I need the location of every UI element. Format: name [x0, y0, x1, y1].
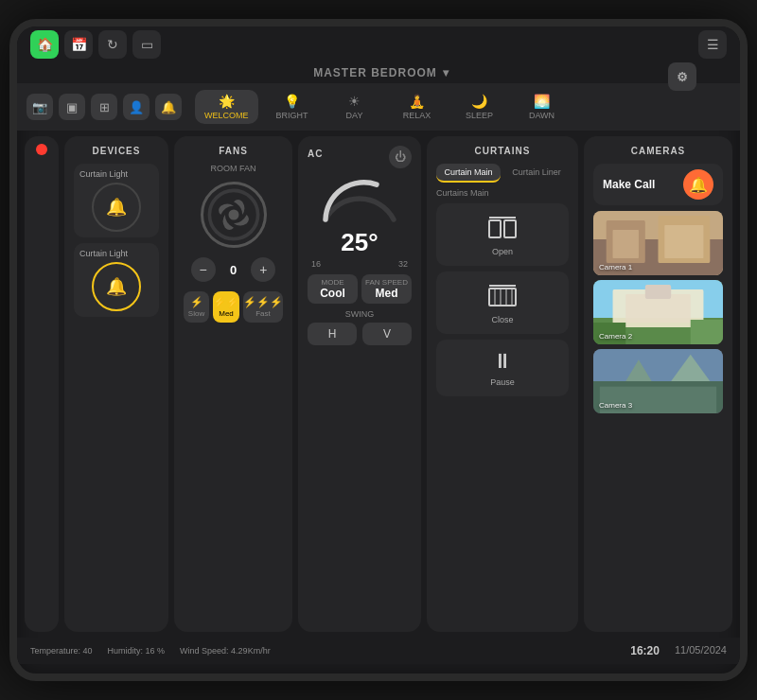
curtain-close-icon	[487, 281, 518, 311]
curtain-open-btn[interactable]: Open	[436, 203, 569, 266]
curtain-sublabel: Curtains Main	[436, 188, 569, 198]
curtain-tab-main[interactable]: Curtain Main	[436, 164, 501, 183]
fans-subtitle: ROOM FAN	[184, 164, 283, 173]
ac-power-btn[interactable]: ⏻	[389, 146, 412, 168]
mode-label: MODE	[311, 278, 354, 287]
swing-section: SWING H V	[308, 309, 412, 345]
refresh-icon-btn[interactable]: ↻	[98, 30, 127, 59]
device-item-2: Curtain Light 🔔	[74, 243, 159, 317]
mode-value: Cool	[311, 287, 354, 300]
ac-panel: AC ⏻ 25° 16 32 MODE Cool FAN	[298, 136, 421, 632]
top-bar: 🏠 📅 ↻ ▭ ☰	[17, 26, 740, 62]
sidebar-icon-grid[interactable]: ⊞	[91, 94, 117, 120]
room-header: MASTER BEDROOM ▾ ⚙	[17, 62, 740, 83]
scene-bright-icon: 💡	[284, 94, 300, 109]
camera-thumbnail-3[interactable]: Camera 3	[593, 349, 723, 413]
ac-modes: MODE Cool FAN SPEED Med	[308, 274, 412, 304]
scene-relax[interactable]: 🧘 RELAX	[389, 90, 446, 124]
location-indicator	[36, 144, 47, 155]
call-icon-btn[interactable]: 🔔	[683, 169, 713, 200]
device-1-btn[interactable]: 🔔	[92, 183, 141, 232]
fan-speed-slow[interactable]: ⚡ Slow	[184, 291, 209, 323]
swing-label: SWING	[308, 309, 412, 319]
cameras-title: CAMERAS	[593, 146, 723, 156]
svg-rect-2	[489, 217, 516, 219]
sidebar-icon-person[interactable]: 👤	[123, 94, 150, 120]
swing-v-btn[interactable]: V	[362, 323, 412, 345]
svg-rect-4	[504, 220, 516, 237]
fan-speed-fast[interactable]: ⚡⚡⚡ Fast	[243, 291, 283, 323]
curtains-title: CURTAINS	[436, 146, 569, 156]
ac-mode-card[interactable]: MODE Cool	[308, 274, 358, 304]
scene-welcome[interactable]: 🌟 WELCOME	[195, 90, 258, 124]
curtain-close-btn[interactable]: Close	[436, 271, 569, 334]
fanspeed-label: FAN SPEED	[365, 278, 408, 287]
fan-speed-btns: ⚡ Slow ⚡⚡ Med ⚡⚡⚡ Fast	[184, 291, 283, 323]
swing-h-btn[interactable]: H	[308, 323, 357, 345]
scene-dawn-label: DAWN	[529, 111, 555, 120]
curtain-tab-liner[interactable]: Curtain Liner	[504, 164, 569, 183]
svg-rect-5	[489, 285, 516, 287]
room-chevron: ▾	[443, 66, 449, 79]
svg-rect-23	[691, 320, 723, 344]
device-2-btn[interactable]: 🔔	[92, 262, 141, 311]
ac-header: AC ⏻	[308, 146, 412, 168]
camera-1-label: Camera 1	[599, 263, 632, 271]
fan-speed-value: 0	[230, 263, 237, 277]
make-call-row: Make Call 🔔	[593, 164, 723, 205]
scene-day[interactable]: ☀ DAY	[326, 90, 383, 124]
status-info: Temperature: 40 Humidity: 16 % Wind Spee…	[30, 646, 271, 656]
humidity-info: Humidity: 16 %	[108, 646, 166, 656]
calendar-icon-btn[interactable]: 📅	[64, 30, 93, 59]
device-2-label: Curtain Light	[79, 249, 128, 258]
main-content: DEVICES Curtain Light 🔔 Curtain Light 🔔 …	[17, 131, 740, 638]
fan-speed-med[interactable]: ⚡⚡ Med	[213, 291, 239, 323]
scene-welcome-icon: 🌟	[219, 94, 235, 109]
home-icon-btn[interactable]: 🏠	[30, 30, 59, 59]
svg-rect-3	[489, 220, 501, 237]
fan-minus-btn[interactable]: −	[191, 257, 216, 282]
scene-sleep[interactable]: 🌙 SLEEP	[451, 90, 508, 124]
display-icon-btn[interactable]: ▭	[132, 30, 161, 59]
fan-fast-icon: ⚡⚡⚡	[243, 296, 283, 308]
devices-panel: DEVICES Curtain Light 🔔 Curtain Light 🔔	[64, 136, 168, 632]
scene-sleep-icon: 🌙	[471, 94, 487, 109]
scene-dawn[interactable]: 🌅 DAWN	[514, 90, 571, 124]
scene-day-label: DAY	[346, 111, 363, 120]
device-item-1: Curtain Light 🔔	[74, 164, 159, 237]
camera-thumbnail-1[interactable]: Camera 1	[593, 211, 723, 275]
camera-2-label: Camera 2	[599, 332, 632, 341]
fan-plus-btn[interactable]: +	[251, 257, 275, 282]
date-display: 11/05/2024	[675, 644, 727, 657]
devices-title: DEVICES	[74, 146, 159, 156]
ac-range: 16 32	[308, 259, 412, 269]
scene-sleep-label: SLEEP	[466, 111, 493, 120]
fanspeed-value: Med	[365, 287, 408, 300]
scene-day-icon: ☀	[348, 94, 361, 109]
curtain-close-label: Close	[491, 315, 513, 324]
fan-med-icon: ⚡⚡	[213, 296, 239, 308]
sidebar-icon-camera[interactable]: 📷	[26, 94, 53, 120]
curtains-panel: CURTAINS Curtain Main Curtain Liner Curt…	[427, 136, 578, 632]
filter-btn[interactable]: ⚙	[668, 62, 696, 91]
curtain-pause-btn[interactable]: ⏸ Pause	[436, 340, 569, 396]
scene-relax-label: RELAX	[403, 111, 431, 120]
top-bar-left: 🏠 📅 ↻ ▭	[30, 30, 161, 59]
scene-relax-icon: 🧘	[409, 94, 425, 109]
menu-icon-btn[interactable]: ☰	[698, 30, 727, 59]
sidebar-icon-panel[interactable]: ▣	[59, 94, 85, 120]
scene-bright[interactable]: 💡 BRIGHT	[264, 90, 321, 124]
scene-left-icons: 📷 ▣ ⊞ 👤 🔔	[26, 94, 182, 120]
screen: 🏠 📅 ↻ ▭ ☰ MASTER BEDROOM ▾ ⚙ 📷 ▣ ⊞ 👤 🔔 🌟…	[9, 19, 748, 681]
curtain-pause-icon: ⏸	[492, 349, 513, 374]
ac-min: 16	[311, 259, 321, 269]
scene-dawn-icon: 🌅	[534, 94, 550, 109]
svg-rect-21	[645, 285, 671, 299]
camera-thumbnail-2[interactable]: Camera 2	[593, 280, 723, 344]
ac-fanspeed-card[interactable]: FAN SPEED Med	[361, 274, 412, 304]
curtain-tabs: Curtain Main Curtain Liner	[436, 164, 569, 183]
sidebar-icon-bell[interactable]: 🔔	[155, 94, 182, 120]
fan-controls: − 0 +	[184, 257, 283, 282]
ac-dial	[317, 172, 402, 224]
left-sidebar	[25, 136, 59, 632]
